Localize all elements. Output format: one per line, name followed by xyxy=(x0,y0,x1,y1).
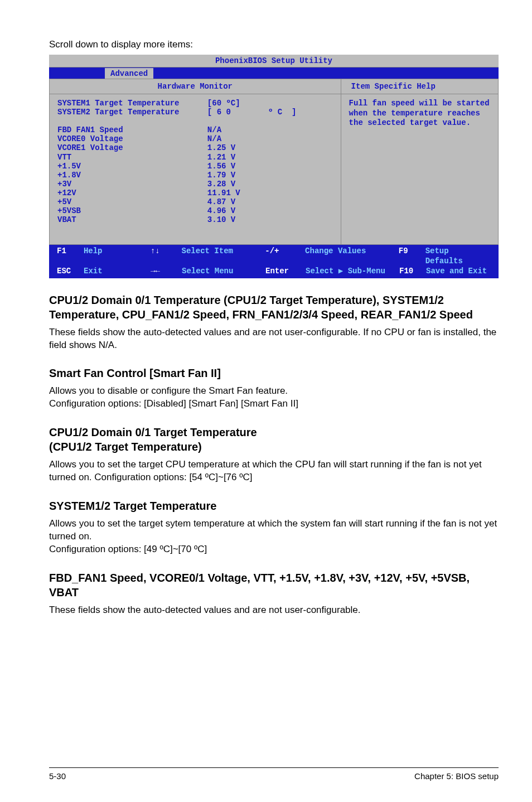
section-3-body: Allows you to set the target CPU tempera… xyxy=(49,458,499,484)
section-2-title: Smart Fan Control [Smart Fan II] xyxy=(49,366,499,380)
page-number: 5-30 xyxy=(49,771,66,781)
lbl-submenu: Select ▶ Sub-Menu xyxy=(306,266,399,276)
lbl-defaults: Setup Defaults xyxy=(425,246,491,266)
bios-help-title: Item Specific Help xyxy=(341,79,498,94)
section-1-title: CPU1/2 Domain 0/1 Temperature (CPU1/2 Ta… xyxy=(49,293,499,322)
bios-title: PhoenixBIOS Setup Utility xyxy=(49,55,499,67)
tab-advanced: Advanced xyxy=(105,68,153,79)
bios-help-body: Full fan speed will be started when the … xyxy=(341,94,498,244)
section-4-body: Allows you to set the target sytem tempe… xyxy=(49,518,499,556)
key-f1: F1 xyxy=(57,246,84,266)
lbl-change: Change Values xyxy=(305,246,399,266)
lbl-exit: Exit xyxy=(84,266,151,276)
lbl-help: Help xyxy=(84,246,151,266)
section-2-body: Allows you to disable or configure the S… xyxy=(49,385,499,410)
section-5-body: These fields show the auto-detected valu… xyxy=(49,604,499,617)
key-plusminus: -/+ xyxy=(265,246,305,266)
bios-data-pane: SYSTEM1 Target Temperature [60 ºC] SYSTE… xyxy=(50,94,341,244)
key-esc: ESC xyxy=(57,266,84,276)
bios-footer: F1 Help ↑↓ Select Item -/+ Change Values… xyxy=(49,245,499,278)
chapter-label: Chapter 5: BIOS setup xyxy=(414,771,499,781)
section-1-body: These fields show the auto-detected valu… xyxy=(49,326,499,352)
bios-screenshot: PhoenixBIOS Setup Utility Advanced Hardw… xyxy=(49,55,499,278)
key-f10: F10 xyxy=(399,266,426,276)
bios-tabbar: Advanced xyxy=(49,67,499,79)
section-3-title: CPU1/2 Domain 0/1 Target Temperature (CP… xyxy=(49,425,499,454)
bios-panel-title: Hardware Monitor xyxy=(50,79,341,94)
lbl-save: Save and Exit xyxy=(426,266,487,276)
key-enter: Enter xyxy=(265,266,306,276)
section-5-title: FBD_FAN1 Speed, VCORE0/1 Voltage, VTT, +… xyxy=(49,571,499,600)
key-f9: F9 xyxy=(399,246,425,266)
lbl-selmenu: Select Menu xyxy=(182,266,265,276)
lbl-selitem: Select Item xyxy=(182,246,265,266)
section-4-title: SYSTEM1/2 Target Temperature xyxy=(49,499,499,513)
intro-text: Scroll down to display more items: xyxy=(49,39,499,50)
key-leftright: →← xyxy=(151,266,182,276)
key-updown: ↑↓ xyxy=(151,246,182,266)
page-footer: 5-30 Chapter 5: BIOS setup xyxy=(49,767,499,781)
